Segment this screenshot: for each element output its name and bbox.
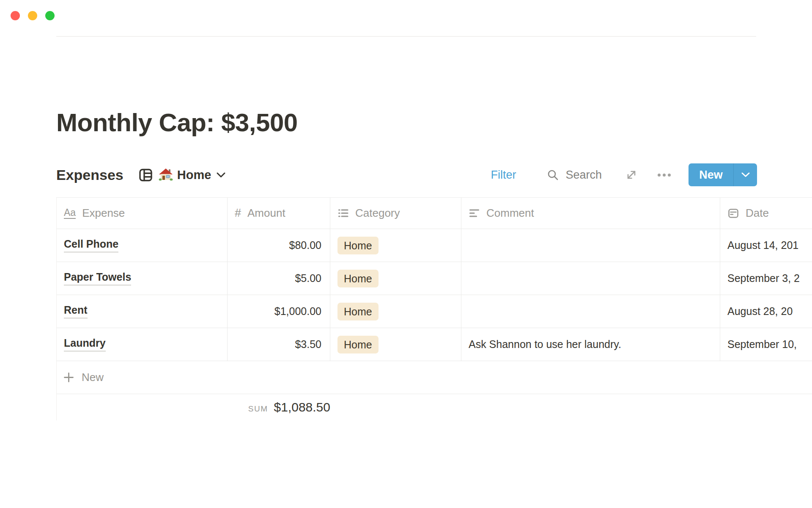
table-row: Laundry $3.50 Home Ask Shannon to use he… xyxy=(57,328,812,361)
cell-amount[interactable]: $5.00 xyxy=(228,262,330,295)
cell-comment[interactable] xyxy=(461,229,720,262)
view-name: Home xyxy=(177,168,211,182)
cell-category[interactable]: Home xyxy=(330,262,461,295)
amount-sum[interactable]: SUM $1,088.50 xyxy=(57,400,330,414)
title-property-icon: Aa xyxy=(64,207,76,219)
date-value: September 3, 2 xyxy=(727,272,800,284)
cell-comment[interactable] xyxy=(461,295,720,328)
column-header-comment[interactable]: Comment xyxy=(461,198,720,229)
expand-icon[interactable] xyxy=(625,169,637,181)
cell-expense[interactable]: Rent xyxy=(57,295,228,328)
more-options-icon[interactable] xyxy=(658,174,671,177)
date-value: September 10, xyxy=(727,338,797,351)
window-minimize-button[interactable] xyxy=(28,11,37,20)
category-tag: Home xyxy=(337,303,379,320)
number-property-icon: # xyxy=(235,207,241,220)
category-tag: Home xyxy=(337,237,379,254)
page-title[interactable]: Monthly Cap: $3,500 xyxy=(56,108,298,137)
table-view-icon xyxy=(139,168,153,182)
amount-value: $5.00 xyxy=(295,272,321,284)
cell-expense[interactable]: Paper Towels xyxy=(57,262,228,295)
new-button-label[interactable]: New xyxy=(689,163,733,186)
table-row: Cell Phone $80.00 Home August 14, 201 xyxy=(57,229,812,262)
cell-comment[interactable]: Ask Shannon to use her laundry. xyxy=(461,328,720,361)
cell-date[interactable]: August 28, 20 xyxy=(720,295,812,328)
add-row-button[interactable]: New xyxy=(57,361,812,394)
column-label: Expense xyxy=(82,207,125,220)
date-value: August 14, 201 xyxy=(727,239,798,251)
house-emoji xyxy=(159,168,173,182)
summary-row: SUM $1,088.50 xyxy=(57,394,812,420)
add-row-label: New xyxy=(82,371,104,384)
view-toolbar: Filter Search New xyxy=(491,163,757,186)
view-switcher[interactable]: Home xyxy=(139,168,226,182)
topbar-divider xyxy=(56,36,756,37)
cell-amount[interactable]: $3.50 xyxy=(228,328,330,361)
chevron-down-icon xyxy=(217,172,225,178)
sum-value: $1,088.50 xyxy=(274,400,330,414)
new-button[interactable]: New xyxy=(689,163,757,186)
select-property-icon xyxy=(337,207,349,219)
expense-title[interactable]: Laundry xyxy=(64,337,106,352)
search-label: Search xyxy=(565,168,602,182)
column-label: Comment xyxy=(486,207,534,220)
amount-value: $1,000.00 xyxy=(274,305,321,318)
column-label: Date xyxy=(746,207,769,220)
text-property-icon xyxy=(469,207,480,219)
cell-amount[interactable]: $80.00 xyxy=(228,229,330,262)
cell-date[interactable]: August 14, 201 xyxy=(720,229,812,262)
expense-title[interactable]: Paper Towels xyxy=(64,271,131,286)
filter-button[interactable]: Filter xyxy=(491,168,516,182)
sum-label: SUM xyxy=(248,404,268,414)
cell-expense[interactable]: Cell Phone xyxy=(57,229,228,262)
window-close-button[interactable] xyxy=(11,11,20,20)
search-icon xyxy=(547,169,559,181)
cell-category[interactable]: Home xyxy=(330,328,461,361)
date-value: August 28, 20 xyxy=(727,305,793,318)
category-tag: Home xyxy=(337,336,379,353)
calendar-icon xyxy=(727,207,739,219)
new-button-dropdown[interactable] xyxy=(734,163,757,186)
cell-amount[interactable]: $1,000.00 xyxy=(228,295,330,328)
cell-comment[interactable] xyxy=(461,262,720,295)
table-row: Paper Towels $5.00 Home September 3, 2 xyxy=(57,262,812,295)
amount-value: $80.00 xyxy=(289,239,321,251)
category-tag: Home xyxy=(337,270,379,287)
column-header-category[interactable]: Category xyxy=(330,198,461,229)
column-label: Amount xyxy=(247,207,285,220)
column-header-expense[interactable]: Aa Expense xyxy=(57,198,228,229)
expense-title[interactable]: Rent xyxy=(64,304,88,319)
column-label: Category xyxy=(355,207,400,220)
plus-icon xyxy=(63,372,74,383)
amount-value: $3.50 xyxy=(295,338,321,351)
chevron-down-icon xyxy=(741,172,750,177)
comment-text: Ask Shannon to use her laundry. xyxy=(469,338,621,351)
cell-expense[interactable]: Laundry xyxy=(57,328,228,361)
table-header-row: Aa Expense # Amount Category Comment Dat… xyxy=(57,198,812,229)
cell-date[interactable]: September 3, 2 xyxy=(720,262,812,295)
table-row: Rent $1,000.00 Home August 28, 20 xyxy=(57,295,812,328)
cell-category[interactable]: Home xyxy=(330,295,461,328)
cell-category[interactable]: Home xyxy=(330,229,461,262)
column-header-amount[interactable]: # Amount xyxy=(228,198,330,229)
collection-title[interactable]: Expenses xyxy=(56,167,123,183)
expense-title[interactable]: Cell Phone xyxy=(64,238,118,253)
collection-header: Expenses Home Filter Search xyxy=(56,163,757,187)
search-button[interactable]: Search xyxy=(547,168,602,182)
cell-date[interactable]: September 10, xyxy=(720,328,812,361)
expenses-table: Aa Expense # Amount Category Comment Dat… xyxy=(56,197,812,420)
window-zoom-button[interactable] xyxy=(45,11,55,20)
column-header-date[interactable]: Date xyxy=(720,198,812,229)
table-body: Cell Phone $80.00 Home August 14, 201 Pa… xyxy=(57,229,812,361)
